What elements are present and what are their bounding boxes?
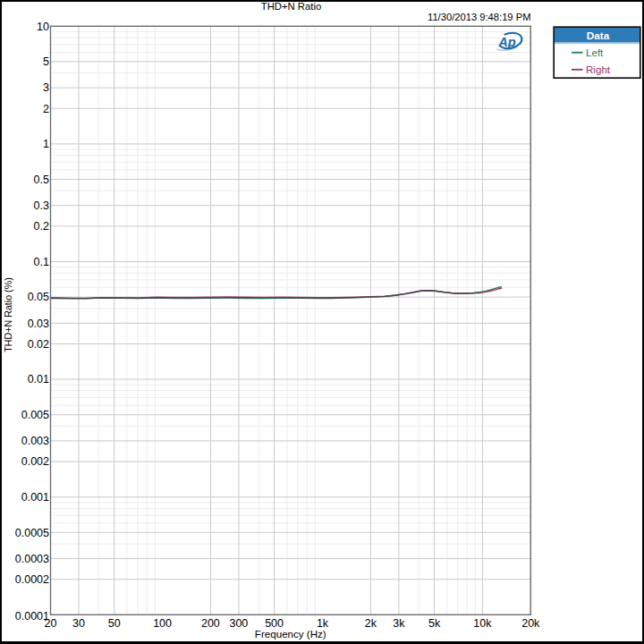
svg-text:10k: 10k [473,617,492,630]
svg-text:10: 10 [37,21,49,33]
svg-text:3: 3 [43,81,49,94]
svg-text:Ap: Ap [497,35,516,49]
svg-text:0.005: 0.005 [21,409,49,421]
svg-text:0.01: 0.01 [28,373,49,386]
svg-text:2k: 2k [365,617,377,630]
svg-text:5k: 5k [428,617,441,630]
svg-text:0.003: 0.003 [21,435,49,447]
svg-text:0.0002: 0.0002 [15,573,49,586]
svg-text:200: 200 [201,617,220,630]
svg-text:0.02: 0.02 [28,338,49,351]
svg-text:Data: Data [587,30,610,42]
svg-text:Left: Left [586,47,604,58]
svg-text:50: 50 [108,617,121,630]
svg-text:Frequency (Hz): Frequency (Hz) [255,628,326,640]
svg-text:0.03: 0.03 [28,318,49,330]
svg-text:THD+N Ratio (%): THD+N Ratio (%) [3,277,13,352]
svg-text:0.0005: 0.0005 [15,527,49,539]
svg-text:0.001: 0.001 [21,491,49,504]
svg-text:Right: Right [586,64,611,75]
svg-text:1: 1 [43,138,49,150]
svg-text:5: 5 [43,55,49,68]
svg-text:0.3: 0.3 [34,199,49,212]
svg-text:20k: 20k [521,617,540,630]
svg-text:0.05: 0.05 [28,291,49,303]
svg-text:300: 300 [229,617,248,630]
svg-text:0.5: 0.5 [34,174,49,186]
svg-text:20: 20 [45,617,57,630]
svg-text:0.0003: 0.0003 [15,553,49,565]
svg-text:30: 30 [72,617,85,630]
svg-text:100: 100 [153,617,172,630]
svg-text:0.002: 0.002 [21,455,49,468]
svg-text:0.1: 0.1 [34,256,49,268]
svg-text:2: 2 [43,103,49,115]
svg-text:0.2: 0.2 [34,220,49,233]
svg-text:THD+N Ratio: THD+N Ratio [261,1,321,12]
svg-text:3k: 3k [393,617,405,630]
svg-text:11/30/2013 9:48:19 PM: 11/30/2013 9:48:19 PM [428,12,531,22]
